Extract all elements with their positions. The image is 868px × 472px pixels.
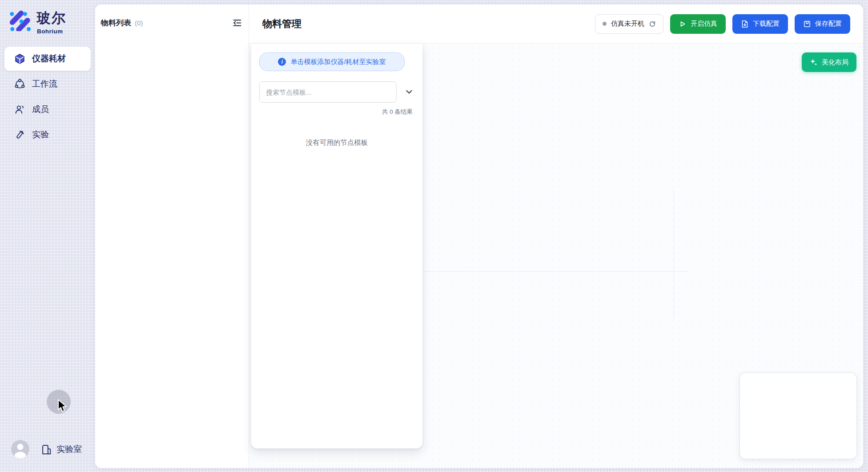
sidebar-item-label: 成员 bbox=[32, 104, 49, 115]
lab-label: 实验室 bbox=[56, 444, 82, 455]
template-search-row bbox=[259, 81, 414, 103]
page-header: 物料管理 仿真未开机 开启仿真 bbox=[249, 4, 863, 44]
brand-logo[interactable]: 玻尔 Bohrium bbox=[8, 8, 66, 35]
node-template-panel: i 单击模板添加仪器/耗材至实验室 共 0 条结果 没有可用的节点模板 bbox=[251, 44, 422, 448]
sidebar-item-label: 实验 bbox=[32, 129, 49, 140]
brand-name-cn: 玻尔 bbox=[37, 9, 66, 28]
sidebar-item-experiment[interactable]: 实验 bbox=[4, 123, 91, 147]
start-simulation-button[interactable]: 开启仿真 bbox=[670, 14, 726, 34]
sparkles-icon bbox=[810, 58, 818, 66]
info-icon: i bbox=[278, 58, 286, 66]
avatar[interactable] bbox=[11, 440, 29, 458]
experiment-icon bbox=[14, 129, 25, 140]
material-list-header: 物料列表 (0) bbox=[95, 4, 249, 28]
status-dot-icon bbox=[603, 22, 607, 26]
brand-name-en: Bohrium bbox=[37, 28, 66, 35]
download-file-icon bbox=[741, 20, 749, 28]
sidebar-item-members[interactable]: 成员 bbox=[4, 97, 91, 121]
material-list-panel: 物料列表 (0) bbox=[95, 4, 249, 468]
workflow-icon bbox=[14, 79, 25, 90]
canvas-guide-line bbox=[674, 190, 674, 319]
sidebar-item-workflow[interactable]: 工作流 bbox=[4, 72, 91, 96]
canvas-guide-line bbox=[422, 271, 688, 272]
refresh-icon[interactable] bbox=[649, 20, 656, 28]
flow-canvas[interactable]: i 单击模板添加仪器/耗材至实验室 共 0 条结果 没有可用的节点模板 bbox=[249, 44, 863, 468]
chevron-down-icon[interactable] bbox=[404, 87, 414, 97]
simulation-status-pill[interactable]: 仿真未开机 bbox=[595, 14, 663, 34]
template-hint-banner[interactable]: i 单击模板添加仪器/耗材至实验室 bbox=[259, 52, 405, 71]
main-column: 物料管理 仿真未开机 开启仿真 bbox=[249, 4, 863, 468]
sidebar-item-label: 仪器耗材 bbox=[32, 53, 66, 64]
start-simulation-label: 开启仿真 bbox=[691, 20, 717, 28]
play-icon bbox=[679, 20, 687, 28]
beautify-layout-label: 美化布局 bbox=[822, 58, 848, 67]
header-actions: 仿真未开机 开启仿真 bbox=[595, 14, 850, 34]
simulation-status-label: 仿真未开机 bbox=[611, 20, 644, 28]
mouse-cursor-icon bbox=[56, 399, 68, 412]
sidebar-menu: 仪器耗材 工作流 成员 bbox=[4, 47, 91, 147]
members-icon bbox=[14, 104, 25, 115]
result-count: 共 0 条结果 bbox=[259, 108, 414, 116]
beautify-layout-button[interactable]: 美化布局 bbox=[802, 52, 856, 72]
download-config-button[interactable]: 下载配置 bbox=[732, 14, 788, 34]
search-input[interactable] bbox=[259, 81, 397, 103]
material-list-count: (0) bbox=[135, 19, 143, 27]
lab-switcher[interactable]: 实验室 bbox=[40, 443, 82, 455]
sidebar-item-label: 工作流 bbox=[32, 78, 57, 90]
empty-template-message: 没有可用的节点模板 bbox=[259, 138, 414, 148]
save-config-label: 保存配置 bbox=[815, 20, 842, 28]
page-title: 物料管理 bbox=[262, 17, 301, 31]
building-icon bbox=[40, 443, 52, 455]
menu-fold-icon[interactable] bbox=[232, 18, 242, 28]
minimap[interactable] bbox=[739, 372, 857, 459]
save-icon bbox=[803, 20, 811, 28]
sidebar-item-instruments[interactable]: 仪器耗材 bbox=[4, 47, 91, 71]
template-hint-text: 单击模板添加仪器/耗材至实验室 bbox=[290, 58, 386, 66]
material-list-title: 物料列表 bbox=[101, 18, 131, 28]
sidebar-footer: 实验室 bbox=[11, 440, 82, 458]
bohrium-logo-icon bbox=[8, 8, 31, 31]
save-config-button[interactable]: 保存配置 bbox=[795, 14, 850, 34]
content-card: 物料列表 (0) 物料管理 仿真未开机 bbox=[95, 4, 863, 468]
cube-icon bbox=[14, 53, 25, 64]
download-config-label: 下载配置 bbox=[753, 20, 780, 28]
